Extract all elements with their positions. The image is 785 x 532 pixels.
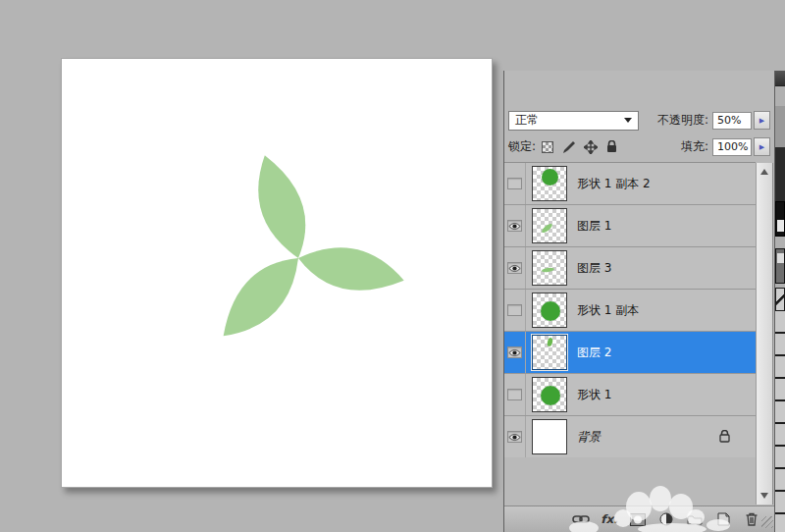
new-layer-icon[interactable] [714,511,732,527]
layer-name[interactable]: 背景 [577,429,601,446]
layers-panel-controls: 正常 不透明度: 50% ▶ 锁定: 填充: [504,107,774,162]
thumb-mark [541,386,560,405]
chevron-down-icon [624,118,632,123]
adjustment-layer-icon[interactable] [657,511,675,527]
blend-mode-select[interactable]: 正常 [508,111,639,131]
opacity-slider-button[interactable]: ▶ [754,111,770,130]
visibility-toggle[interactable] [507,431,522,443]
layer-style-icon[interactable]: fx. [601,511,618,527]
layer-name[interactable]: 图层 2 [577,345,611,361]
dock-none-swatch [775,288,785,311]
fill-input[interactable]: 100% [712,138,752,156]
thumb-mark [547,338,553,347]
panel-resize-grip[interactable] [761,516,773,528]
visibility-toggle[interactable] [507,220,522,232]
lock-transparency-icon[interactable] [540,140,554,154]
layer-row[interactable]: 图层 1 [504,205,756,247]
thumb-mark [541,301,560,321]
layer-thumbnail[interactable] [532,377,567,412]
fill-label: 填充: [681,138,708,155]
thumb-mark [533,420,566,453]
layer-thumbnail[interactable] [532,335,567,370]
docked-panel-strip [775,86,785,532]
thumb-mark [542,169,558,186]
add-layer-mask-icon[interactable] [629,511,647,527]
new-group-icon[interactable] [686,511,704,527]
layer-thumbnail[interactable] [532,250,567,286]
visibility-toggle[interactable] [507,389,522,400]
opacity-input[interactable]: 50% [712,112,752,130]
three-leaf-shape [62,59,494,488]
thumb-mark [542,267,554,273]
layer-thumbnail[interactable] [532,419,567,454]
dock-cells [775,311,785,532]
opacity-label: 不透明度: [657,112,708,129]
thumb-mark [541,223,553,235]
layer-row[interactable]: 形状 1 副本 [504,290,756,332]
layer-lock-icon [719,430,730,446]
scroll-up-icon[interactable] [757,165,772,179]
visibility-toggle[interactable] [507,262,522,274]
document-canvas[interactable] [61,58,493,488]
scroll-down-icon[interactable] [757,489,772,503]
link-layers-icon[interactable] [572,511,590,527]
layers-list: 形状 1 副本 2 图层 1 图层 3 形状 1 副本 [504,162,756,457]
fill-value: 100% [717,140,748,153]
delete-layer-icon[interactable] [743,511,760,527]
layer-name[interactable]: 形状 1 [577,387,611,403]
lock-label: 锁定: [508,138,536,155]
layer-row[interactable]: 形状 1 [504,374,756,416]
layer-row[interactable]: 图层 3 [504,247,756,290]
lock-position-icon[interactable] [583,140,598,154]
dock-thumbnail [775,248,785,284]
layer-thumbnail[interactable] [532,293,567,328]
visibility-toggle[interactable] [507,346,522,358]
layer-row[interactable]: 形状 1 副本 2 [504,163,756,205]
layers-scrollbar[interactable] [756,163,773,505]
layer-row[interactable]: 背景 [504,416,756,458]
layer-name[interactable]: 形状 1 副本 2 [577,176,651,192]
layer-name[interactable]: 形状 1 副本 [577,302,639,319]
layer-thumbnail[interactable] [532,166,567,201]
visibility-toggle[interactable] [507,178,522,189]
opacity-value: 50% [717,114,741,127]
visibility-toggle[interactable] [507,304,522,316]
blend-mode-value: 正常 [515,112,539,129]
layer-row[interactable]: 图层 2 [504,332,756,374]
lock-pixels-brush-icon[interactable] [561,140,576,154]
layer-thumbnail[interactable] [532,208,567,243]
dock-thumbnail [775,201,785,237]
lock-all-icon[interactable] [604,140,619,154]
layers-list-empty-area [504,457,756,505]
layers-bottom-toolbar: fx. [504,505,774,532]
layer-name[interactable]: 图层 1 [577,218,611,235]
layer-name[interactable]: 图层 3 [577,260,611,277]
fill-slider-button[interactable]: ▶ [754,137,770,156]
